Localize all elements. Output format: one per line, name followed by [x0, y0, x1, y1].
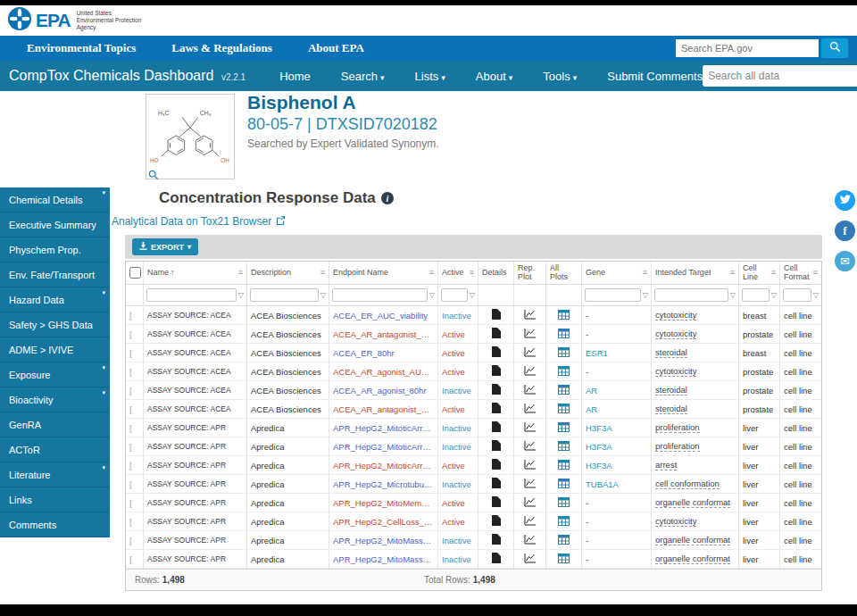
sidebar-item-actor[interactable]: ACToR — [0, 437, 110, 462]
details-button[interactable] — [478, 306, 514, 324]
filter-input-description[interactable] — [250, 288, 319, 302]
column-menu-icon[interactable]: ≡ — [813, 269, 818, 278]
gene-link[interactable]: ESR1 — [586, 348, 608, 358]
gene-link[interactable]: H3F3A — [586, 442, 612, 452]
tox21-browser-link[interactable]: Analytical Data on Tox21 Browser — [112, 215, 286, 228]
column-menu-icon[interactable]: ≡ — [643, 269, 647, 278]
nav-home[interactable]: Home — [279, 70, 311, 83]
endpoint-link[interactable]: APR_HepG2_MitoMembPot_2... — [333, 498, 434, 508]
column-menu-icon[interactable]: ≡ — [429, 269, 434, 278]
column-menu-icon[interactable]: ≡ — [470, 269, 474, 278]
details-button[interactable] — [478, 325, 514, 343]
sidebar-item-chemical-details[interactable]: Chemical Details▾ — [0, 187, 110, 212]
endpoint-link[interactable]: ACEA_AR_antagonist_80hr — [333, 404, 434, 414]
column-header-gene[interactable]: Gene≡ — [582, 262, 652, 284]
filter-input-endpoint[interactable] — [332, 288, 428, 302]
details-button[interactable] — [478, 531, 514, 549]
filter-funnel-icon[interactable]: ▽ — [238, 291, 244, 299]
epa-nav-environmental-topics[interactable]: Environmental Topics — [9, 41, 154, 55]
rep-plot-button[interactable] — [514, 437, 546, 455]
chemical-structure-image[interactable]: H₃C CH₃ HO OH — [146, 94, 235, 179]
sidebar-item-comments[interactable]: Comments — [0, 512, 110, 537]
column-menu-icon[interactable]: ≡ — [730, 269, 735, 278]
filter-funnel-icon[interactable]: ▽ — [813, 291, 819, 299]
column-header-rep_plot[interactable]: Rep. Plot — [514, 262, 546, 284]
filter-input-target[interactable] — [654, 288, 728, 302]
endpoint-link[interactable]: APR_HepG2_CellLoss_24h_dn — [333, 517, 434, 527]
info-icon[interactable]: i — [381, 192, 394, 204]
gene-link[interactable]: AR — [586, 386, 597, 395]
column-header-name[interactable]: Name↑≡ — [144, 262, 247, 284]
all-plots-button[interactable] — [546, 456, 582, 474]
all-plots-button[interactable] — [546, 325, 582, 343]
column-header-cell_format[interactable]: Cell Format≡ — [780, 262, 821, 284]
gene-link[interactable]: TUBA1A — [586, 479, 619, 489]
endpoint-link[interactable]: ACEA_ER_AUC_viability — [333, 311, 428, 320]
nav-submit-comments[interactable]: Submit Comments — [607, 70, 703, 83]
details-button[interactable] — [478, 400, 514, 418]
details-button[interactable] — [478, 550, 514, 568]
column-header-cell_line[interactable]: Cell Line≡ — [739, 262, 780, 284]
details-button[interactable] — [478, 512, 514, 530]
filter-funnel-icon[interactable]: ▽ — [771, 291, 777, 299]
epa-nav-laws-regulations[interactable]: Laws & Regulations — [154, 41, 290, 55]
epa-search-input[interactable] — [676, 39, 819, 57]
sidebar-item-hazard-data[interactable]: Hazard Data▾ — [0, 287, 110, 312]
sidebar-item-genra[interactable]: GenRA — [0, 412, 110, 437]
endpoint-link[interactable]: APR_HepG2_MitoMass_1h_dn — [333, 554, 434, 564]
details-button[interactable] — [478, 419, 514, 437]
epa-search-button[interactable] — [821, 38, 848, 58]
gene-link[interactable]: AR — [586, 404, 597, 414]
column-menu-icon[interactable]: ≡ — [238, 269, 243, 278]
all-plots-button[interactable] — [546, 381, 582, 399]
share-facebook-button[interactable]: f — [835, 221, 855, 241]
rep-plot-button[interactable] — [514, 512, 546, 530]
rep-plot-button[interactable] — [514, 400, 546, 418]
filter-funnel-icon[interactable]: ▽ — [429, 291, 435, 299]
epa-logo[interactable]: EPA United States Environmental Protecti… — [7, 6, 141, 35]
endpoint-link[interactable]: APR_HepG2_MitoticArrest_24... — [333, 423, 434, 433]
endpoint-link[interactable]: APR_HepG2_MitoMass_72h_dn — [333, 536, 434, 545]
rep-plot-button[interactable] — [514, 325, 546, 343]
column-header-description[interactable]: Description≡ — [247, 262, 329, 284]
endpoint-link[interactable]: ACEA_AR_agonist_AUC_viability — [333, 367, 434, 377]
filter-input-active[interactable] — [441, 288, 468, 302]
filter-funnel-icon[interactable]: ▽ — [320, 291, 326, 299]
sidebar-item-safety-ghs-data[interactable]: Safety > GHS Data — [0, 312, 110, 337]
all-plots-button[interactable] — [546, 475, 582, 493]
all-plots-button[interactable] — [546, 400, 582, 418]
details-button[interactable] — [478, 475, 514, 493]
column-header-select[interactable] — [126, 262, 144, 284]
endpoint-link[interactable]: APR_HepG2_MicrotubuleCSK_... — [333, 479, 434, 489]
column-header-details[interactable]: Details — [478, 262, 514, 284]
gene-link[interactable]: H3F3A — [586, 461, 612, 470]
details-button[interactable] — [478, 437, 514, 455]
filter-input-gene[interactable] — [585, 288, 641, 302]
rep-plot-button[interactable] — [514, 550, 546, 568]
sidebar-item-links[interactable]: Links — [0, 487, 110, 512]
rep-plot-button[interactable] — [514, 475, 546, 493]
filter-input-name[interactable] — [146, 288, 237, 302]
details-button[interactable] — [478, 344, 514, 362]
nav-search[interactable]: Search▾ — [341, 70, 385, 83]
nav-lists[interactable]: Lists▾ — [415, 70, 445, 83]
all-plots-button[interactable] — [546, 512, 582, 530]
filter-input-cell_format[interactable] — [783, 288, 811, 302]
all-plots-button[interactable] — [546, 437, 582, 455]
column-header-active[interactable]: Active≡ — [438, 262, 478, 284]
details-button[interactable] — [478, 494, 514, 512]
details-button[interactable] — [478, 456, 514, 474]
rep-plot-button[interactable] — [514, 344, 546, 362]
dashboard-search-select[interactable]: Search all data ∨ — [703, 65, 857, 87]
gene-link[interactable]: H3F3A — [586, 423, 612, 433]
endpoint-link[interactable]: ACEA_AR_agonist_80hr — [333, 386, 427, 395]
column-header-target[interactable]: Intended Target≡ — [652, 262, 739, 284]
endpoint-link[interactable]: ACEA_ER_80hr — [333, 348, 395, 358]
endpoint-link[interactable]: ACEA_AR_antagonist_AUC_vi... — [333, 329, 434, 339]
column-menu-icon[interactable]: ≡ — [771, 269, 776, 278]
all-plots-button[interactable] — [546, 531, 582, 549]
all-plots-button[interactable] — [546, 419, 582, 437]
filter-funnel-icon[interactable]: ▽ — [643, 291, 648, 299]
rep-plot-button[interactable] — [514, 306, 546, 324]
column-header-endpoint[interactable]: Endpoint Name≡ — [329, 262, 438, 284]
